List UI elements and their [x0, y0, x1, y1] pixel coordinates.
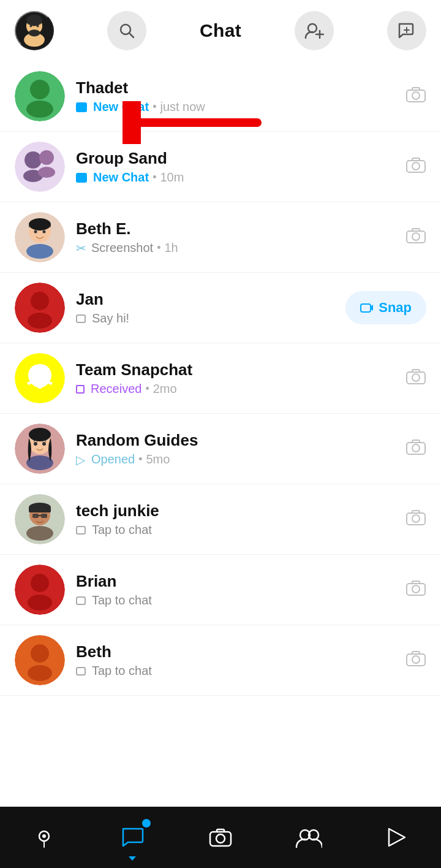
search-button[interactable]	[107, 11, 146, 50]
svg-point-6	[37, 25, 39, 28]
chat-bubble-icon	[76, 526, 86, 535]
chat-time: 1h	[164, 241, 178, 255]
new-chat-icon	[76, 102, 87, 112]
chat-name: Team Snapchat	[76, 360, 398, 379]
svg-point-64	[412, 585, 420, 593]
chat-item-random-guides[interactable]: Random Guides ▷ Opened • 5mo	[0, 414, 441, 484]
camera-icon[interactable]	[405, 509, 426, 530]
chat-sub: New Chat • just now	[76, 100, 398, 114]
svg-point-44	[26, 455, 53, 470]
camera-icon[interactable]	[405, 86, 426, 107]
camera-icon[interactable]	[405, 579, 426, 601]
chat-status: New Chat	[93, 170, 149, 185]
avatar-jan	[15, 283, 65, 333]
chat-item-group-sand[interactable]: Group Sand New Chat • 10m	[0, 132, 441, 202]
user-avatar-button[interactable]	[15, 11, 54, 50]
svg-point-49	[412, 444, 420, 452]
chat-bubble-icon	[76, 314, 86, 323]
page-title: Chat	[200, 20, 241, 41]
avatar-brian	[15, 565, 65, 615]
chat-item-team-snapchat[interactable]: Team Snapchat Received • 2mo	[0, 343, 441, 414]
svg-point-67	[28, 665, 52, 681]
avatar-beth-e	[15, 212, 65, 262]
chat-sub: ✂ Screenshot • 1h	[76, 241, 398, 256]
svg-point-69	[412, 656, 420, 663]
chat-info-thadet: Thadet New Chat • just now	[76, 78, 398, 114]
chat-sub: Received • 2mo	[76, 382, 398, 396]
svg-marker-76	[389, 829, 405, 846]
svg-point-37	[28, 313, 52, 329]
avatar-group-sand	[15, 142, 65, 192]
received-icon	[76, 385, 85, 394]
chat-info-team-snapchat: Team Snapchat Received • 2mo	[76, 360, 398, 396]
nav-chat[interactable]	[108, 813, 157, 862]
nav-map[interactable]	[20, 813, 69, 862]
chat-sub: New Chat • 10m	[76, 170, 398, 185]
chat-sub: Say hi!	[76, 311, 338, 326]
nav-camera[interactable]	[196, 813, 245, 862]
chat-name: tech junkie	[76, 501, 398, 520]
header: Chat	[0, 0, 441, 59]
camera-icon[interactable]	[405, 156, 426, 178]
chat-list: Thadet New Chat • just now	[0, 61, 441, 763]
chat-item-beth-e[interactable]: Beth E. ✂ Screenshot • 1h	[0, 202, 441, 273]
chat-info-beth: Beth Tap to chat	[76, 642, 398, 678]
svg-point-23	[39, 150, 54, 165]
chat-name: Thadet	[76, 78, 398, 97]
camera-icon[interactable]	[405, 650, 426, 671]
svg-point-45	[29, 428, 51, 441]
chat-status: Screenshot	[91, 241, 153, 255]
chat-item-thadet[interactable]: Thadet New Chat • just now	[0, 61, 441, 132]
chat-sub: Tap to chat	[76, 593, 398, 607]
chat-time: 10m	[160, 170, 184, 185]
chat-bubble-icon	[76, 596, 86, 605]
svg-rect-55	[32, 514, 39, 518]
chat-name: Beth	[76, 642, 398, 661]
svg-point-21	[24, 151, 42, 169]
chat-name: Jan	[76, 290, 338, 309]
chat-sub: Tap to chat	[76, 664, 398, 678]
camera-icon[interactable]	[405, 438, 426, 460]
avatar-beth	[15, 635, 65, 685]
avatar-random-guides	[15, 424, 65, 474]
svg-point-4	[26, 15, 42, 26]
snap-button[interactable]: Snap	[345, 291, 426, 324]
nav-stories[interactable]	[372, 813, 421, 862]
chat-bubble-icon	[76, 667, 86, 676]
snap-btn-label: Snap	[379, 300, 412, 316]
svg-point-16	[30, 80, 50, 99]
chat-status: Opened	[91, 452, 135, 466]
chat-time: 5mo	[146, 452, 170, 466]
svg-point-29	[26, 244, 53, 259]
svg-point-46	[34, 442, 37, 446]
bottom-nav	[0, 807, 441, 868]
add-friend-button[interactable]	[295, 11, 334, 50]
chat-name: Beth E.	[76, 219, 398, 238]
svg-point-5	[30, 25, 32, 28]
chat-time: just now	[160, 100, 205, 114]
chat-status: New Chat	[93, 100, 149, 114]
chat-status: Tap to chat	[92, 523, 152, 537]
chat-item-jan[interactable]: Jan Say hi! Snap	[0, 273, 441, 343]
chat-info-tech-junkie: tech junkie Tap to chat	[76, 501, 398, 537]
svg-point-59	[412, 515, 420, 522]
svg-point-41	[412, 374, 420, 381]
chat-item-tech-junkie[interactable]: tech junkie Tap to chat	[0, 484, 441, 555]
new-chat-button[interactable]	[387, 11, 426, 50]
chat-item-brian[interactable]: Brian Tap to chat	[0, 555, 441, 625]
chat-name: Random Guides	[76, 431, 398, 450]
chat-status: Tap to chat	[92, 593, 152, 607]
nav-friends[interactable]	[284, 813, 333, 862]
chat-status: Tap to chat	[92, 664, 152, 678]
chat-arrow	[129, 856, 136, 861]
chat-info-group-sand: Group Sand New Chat • 10m	[76, 149, 398, 185]
camera-icon[interactable]	[405, 227, 426, 248]
chat-badge	[141, 818, 152, 829]
chat-sub: ▷ Opened • 5mo	[76, 452, 398, 467]
chat-time: 2mo	[153, 382, 177, 396]
chat-status: Say hi!	[92, 311, 129, 326]
chat-item-beth[interactable]: Beth Tap to chat	[0, 625, 441, 696]
chat-info-brian: Brian Tap to chat	[76, 572, 398, 607]
camera-icon[interactable]	[405, 368, 426, 389]
svg-rect-56	[41, 514, 47, 518]
